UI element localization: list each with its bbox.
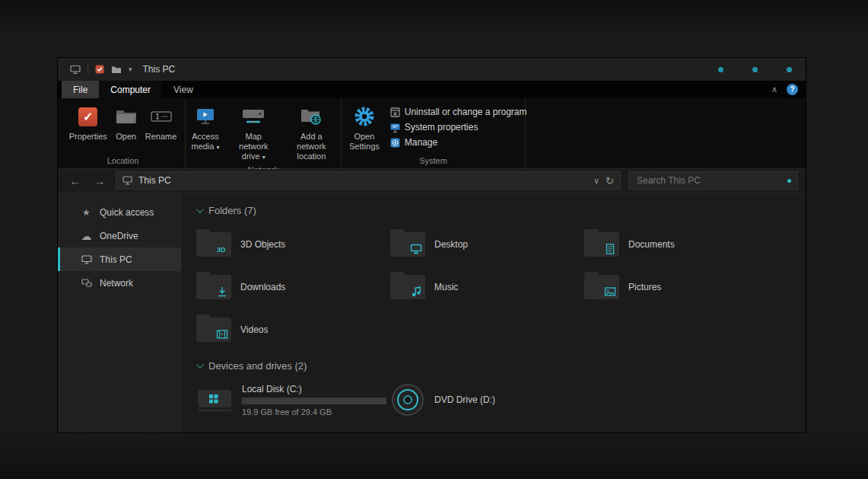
access-media-icon [196,105,215,128]
disk-free-text: 19.9 GB free of 29.4 GB [242,407,386,417]
downloads-folder-icon [196,275,231,299]
rename-button[interactable]: Rename [142,104,180,143]
toolbar-divider [87,64,88,75]
folder-tile-videos[interactable]: Videos [196,308,390,351]
desktop-folder-icon [390,232,425,257]
local-disk-tile[interactable]: Local Disk (C:) 19.9 GB free of 29.4 GB [196,380,390,420]
collapse-chevron-icon[interactable] [196,206,204,213]
ribbon-group-location: ✓ Properties Open Rename Location [61,98,186,168]
window-controls [718,58,792,81]
svg-text:3D: 3D [217,246,226,254]
ribbon-tab-bar: File Computer View ∧ ? [58,81,806,98]
file-explorer-window: ▾ This PC File Computer View ∧ ? ✓ Prope… [57,57,806,433]
manage-button[interactable]: Manage [390,137,527,148]
system-properties-button[interactable]: System properties [390,122,527,133]
local-disk-icon [196,385,233,415]
toolbar-dropdown-icon[interactable]: ▾ [129,66,132,73]
navigation-bar: ← → This PC ∨ ↻ [58,169,806,193]
address-dropdown-icon[interactable]: ∨ [593,176,599,186]
folder-tile-documents[interactable]: Documents [584,223,778,266]
collapse-ribbon-icon[interactable]: ∧ [771,85,777,94]
map-network-drive-caret: ▾ [262,154,265,161]
documents-folder-icon [584,232,619,257]
refresh-icon[interactable]: ↻ [606,175,614,187]
close-button[interactable] [787,67,792,72]
address-bar[interactable]: This PC ∨ ↻ [116,171,621,190]
dvd-drive-icon [390,382,425,417]
disk-capacity-bar [242,398,386,404]
devices-group-header[interactable]: Devices and drives (2) [196,356,806,375]
system-properties-icon [390,123,400,133]
open-button[interactable]: Open [112,104,141,143]
sidebar-item-this-pc[interactable]: This PC [58,247,180,271]
quick-access-star-icon: ★ [81,208,92,217]
help-icon[interactable]: ? [787,84,798,95]
back-button[interactable]: ← [67,175,84,187]
open-settings-button[interactable]: Open Settings [346,104,383,153]
window-title: This PC [143,64,176,75]
search-icon [787,179,791,183]
file-list-area: Folders (7) 3D 3D Objects Desktop [181,193,806,433]
forward-button[interactable]: → [91,175,108,187]
onedrive-cloud-icon: ☁ [81,231,92,241]
local-disk-label: Local Disk (C:) [242,384,386,394]
manage-icon [390,138,400,148]
ribbon-group-network: Access media ▾ Map network drive ▾ Add a… [186,98,342,168]
3d-objects-folder-icon: 3D [196,232,231,257]
folder-tile-music[interactable]: Music [390,266,584,308]
add-network-location-icon [300,105,323,128]
search-input[interactable] [635,174,783,187]
tab-file[interactable]: File [62,81,99,98]
dvd-drive-label: DVD Drive (D:) [434,394,495,405]
network-icon [81,279,92,288]
system-commands: Uninstall or change a program System pro… [384,104,527,148]
navigation-pane: ★ Quick access ☁ OneDrive This PC Networ… [58,193,181,433]
folders-grid: 3D 3D Objects Desktop Documents [196,223,806,351]
add-network-location-button[interactable]: Add a network location [282,104,341,163]
collapse-chevron-icon[interactable] [196,361,204,369]
open-folder-icon [115,105,138,128]
rename-icon [150,105,173,128]
ribbon: ✓ Properties Open Rename Location [58,98,806,169]
properties-icon: ✓ [78,107,97,126]
folder-tile-3d-objects[interactable]: 3D 3D Objects [196,223,390,266]
search-box[interactable] [628,171,798,190]
folders-group-header[interactable]: Folders (7) [196,200,806,220]
address-text: This PC [138,175,587,186]
title-bar: ▾ This PC [58,58,806,81]
tab-computer[interactable]: Computer [99,81,162,98]
group-label-system: System [342,155,525,168]
map-network-drive-button[interactable]: Map network drive ▾ [227,104,281,164]
this-pc-icon [81,255,92,264]
address-computer-icon [122,176,132,185]
map-network-drive-icon [242,105,265,128]
videos-folder-icon [196,318,231,342]
devices-grid: Local Disk (C:) 19.9 GB free of 29.4 GB … [196,380,806,420]
ribbon-group-system: Open Settings Uninstall or change a prog… [342,98,526,168]
access-media-button[interactable]: Access media ▾ [186,104,225,154]
minimize-button[interactable] [718,67,723,72]
settings-gear-icon [353,105,376,128]
dvd-drive-tile[interactable]: DVD Drive (D:) [390,380,584,420]
uninstall-program-button[interactable]: Uninstall or change a program [390,107,527,117]
sidebar-item-network[interactable]: Network [58,271,180,295]
music-folder-icon [390,275,425,299]
folder-tile-downloads[interactable]: Downloads [196,266,390,308]
access-media-caret: ▾ [217,144,220,151]
folder-tile-pictures[interactable]: Pictures [584,266,778,308]
uninstall-program-icon [390,107,400,117]
sidebar-item-onedrive[interactable]: ☁ OneDrive [58,224,180,247]
folder-tile-desktop[interactable]: Desktop [390,223,584,266]
new-folder-quick-icon[interactable] [111,65,122,74]
properties-button[interactable]: ✓ Properties [66,104,110,143]
group-label-location: Location [61,155,185,168]
computer-icon [70,65,81,75]
maximize-button[interactable] [752,67,758,72]
sidebar-item-quick-access[interactable]: ★ Quick access [58,200,180,224]
tab-view[interactable]: View [162,81,205,98]
properties-quick-icon[interactable] [95,65,104,74]
pictures-folder-icon [584,275,619,299]
quick-access-toolbar: ▾ [70,64,132,75]
